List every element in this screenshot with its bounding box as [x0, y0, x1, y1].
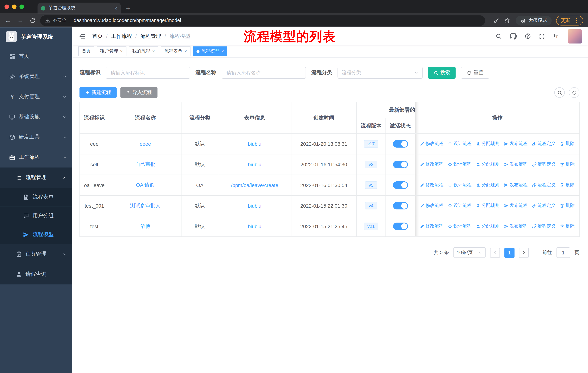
modify-flow-link[interactable]: 修改流程	[420, 161, 443, 168]
address-bar[interactable]: 不安全 dashboard.yudao.iocoder.cn/bpm/manag…	[40, 15, 485, 26]
flow-name-link[interactable]: 测试多审批人	[130, 203, 161, 208]
breadcrumb-item[interactable]: 流程管理	[132, 33, 161, 40]
window-close-button[interactable]	[5, 5, 9, 9]
key-icon[interactable]	[494, 18, 500, 23]
help-icon[interactable]	[525, 33, 531, 39]
sidebar-item-process-form[interactable]: 流程表单	[0, 188, 72, 207]
flow-definition-link[interactable]: 流程定义	[532, 161, 556, 168]
sidebar-item-home[interactable]: 首页	[0, 46, 72, 66]
publish-flow-link[interactable]: 发布流程	[504, 182, 528, 188]
page-size-select[interactable]: 10条/页	[453, 247, 486, 258]
modify-flow-link[interactable]: 修改流程	[420, 182, 443, 188]
logo[interactable]: 芋道管理系统	[0, 27, 72, 46]
tag-close-icon[interactable]: ×	[221, 49, 224, 53]
assign-rule-link[interactable]: 分配规则	[476, 141, 500, 147]
delete-link[interactable]: 删除	[560, 223, 575, 230]
menu-dots-icon[interactable]: ⋮	[574, 17, 579, 24]
active-switch[interactable]	[393, 161, 408, 168]
next-page-button[interactable]	[519, 248, 529, 258]
current-page[interactable]: 1	[504, 248, 514, 258]
sidebar-item-user-group[interactable]: 用户分组	[0, 207, 72, 225]
category-select[interactable]: 流程分类	[337, 67, 423, 79]
tag-home[interactable]: 首页	[78, 46, 94, 56]
reset-button[interactable]: 重置	[461, 67, 489, 79]
modify-flow-link[interactable]: 修改流程	[420, 202, 443, 209]
breadcrumb-item[interactable]: 首页	[92, 33, 103, 40]
fullscreen-icon[interactable]	[539, 33, 545, 39]
flow-definition-link[interactable]: 流程定义	[532, 202, 556, 209]
flow-name-link[interactable]: 滔博	[140, 223, 150, 229]
font-size-icon[interactable]	[553, 33, 560, 40]
sidebar-item-process-model[interactable]: 流程模型	[0, 225, 72, 244]
breadcrumb-item[interactable]: 工作流程	[103, 33, 132, 40]
new-tab-button[interactable]: +	[126, 5, 130, 12]
sidebar-item-process-mgmt[interactable]: 流程管理	[0, 168, 72, 188]
create-flow-button[interactable]: 新建流程	[79, 87, 117, 98]
search-icon[interactable]	[495, 33, 502, 39]
design-flow-link[interactable]: 设计流程	[448, 223, 472, 230]
sidebar-item-payment-mgmt[interactable]: ¥ 支付管理	[0, 87, 72, 107]
active-switch[interactable]	[393, 181, 408, 189]
sidebar-item-leave-query[interactable]: 请假查询	[0, 264, 72, 284]
sidebar-item-system-mgmt[interactable]: 系统管理	[0, 66, 72, 87]
forward-button[interactable]: →	[17, 17, 24, 24]
sidebar-item-dev-tools[interactable]: 研发工具	[0, 127, 72, 147]
sidebar-toggle-icon[interactable]	[78, 32, 86, 40]
delete-link[interactable]: 删除	[560, 182, 575, 188]
goto-page-input[interactable]	[556, 247, 570, 258]
flow-name-link[interactable]: 自己审批	[135, 161, 156, 167]
form-info-link[interactable]: /bpm/oa/leave/create	[231, 182, 278, 188]
publish-flow-link[interactable]: 发布流程	[504, 161, 528, 168]
active-switch[interactable]	[393, 140, 408, 148]
modify-flow-link[interactable]: 修改流程	[420, 141, 443, 147]
flow-definition-link[interactable]: 流程定义	[532, 223, 556, 230]
reload-button[interactable]	[30, 18, 36, 23]
refresh-table-button[interactable]	[569, 87, 579, 98]
design-flow-link[interactable]: 设计流程	[448, 161, 472, 168]
design-flow-link[interactable]: 设计流程	[448, 202, 472, 209]
flow-definition-link[interactable]: 流程定义	[532, 182, 556, 188]
sidebar-item-infrastructure[interactable]: 基础设施	[0, 107, 72, 127]
import-flow-button[interactable]: 导入流程	[120, 87, 158, 98]
assign-rule-link[interactable]: 分配规则	[476, 223, 500, 230]
publish-flow-link[interactable]: 发布流程	[504, 202, 528, 209]
tag-close-icon[interactable]: ×	[152, 49, 155, 53]
tag-my-flows[interactable]: 我的流程 ×	[129, 46, 158, 56]
delete-link[interactable]: 删除	[560, 202, 575, 209]
flow-key-input[interactable]	[106, 67, 190, 79]
window-minimize-button[interactable]	[12, 5, 17, 9]
toggle-search-button[interactable]	[554, 87, 565, 98]
update-button[interactable]: 更新 ⋮	[556, 15, 583, 25]
flow-name-input[interactable]	[222, 67, 306, 79]
window-zoom-button[interactable]	[20, 5, 24, 9]
active-switch[interactable]	[393, 202, 408, 210]
sidebar-item-task-mgmt[interactable]: 任务管理	[0, 244, 72, 264]
search-button[interactable]: 搜索	[428, 67, 455, 79]
user-avatar[interactable]	[568, 29, 582, 43]
github-icon[interactable]	[510, 33, 517, 40]
form-info-link[interactable]: biubiu	[248, 162, 261, 167]
tag-tenant-mgmt[interactable]: 租户管理 ×	[97, 46, 126, 56]
delete-link[interactable]: 删除	[560, 141, 575, 147]
prev-page-button[interactable]	[490, 248, 500, 258]
publish-flow-link[interactable]: 发布流程	[504, 223, 528, 230]
form-info-link[interactable]: biubiu	[248, 141, 261, 147]
assign-rule-link[interactable]: 分配规则	[476, 161, 500, 168]
design-flow-link[interactable]: 设计流程	[448, 182, 472, 188]
tag-close-icon[interactable]: ×	[120, 49, 123, 53]
browser-tab[interactable]: 芋道管理系统 ×	[38, 2, 121, 13]
sidebar-item-workflow[interactable]: 工作流程	[0, 147, 72, 168]
form-info-link[interactable]: biubiu	[248, 203, 261, 209]
back-button[interactable]: ←	[5, 17, 11, 24]
tag-close-icon[interactable]: ×	[184, 49, 187, 53]
flow-name-link[interactable]: OA 请假	[136, 182, 155, 188]
tag-flow-model[interactable]: 流程模型 ×	[193, 46, 227, 56]
delete-link[interactable]: 删除	[560, 161, 575, 168]
publish-flow-link[interactable]: 发布流程	[504, 141, 528, 147]
active-switch[interactable]	[393, 222, 408, 230]
assign-rule-link[interactable]: 分配规则	[476, 182, 500, 188]
modify-flow-link[interactable]: 修改流程	[420, 223, 443, 230]
assign-rule-link[interactable]: 分配规则	[476, 202, 500, 209]
form-info-link[interactable]: biubiu	[248, 223, 261, 229]
bookmark-star-icon[interactable]	[504, 17, 510, 24]
